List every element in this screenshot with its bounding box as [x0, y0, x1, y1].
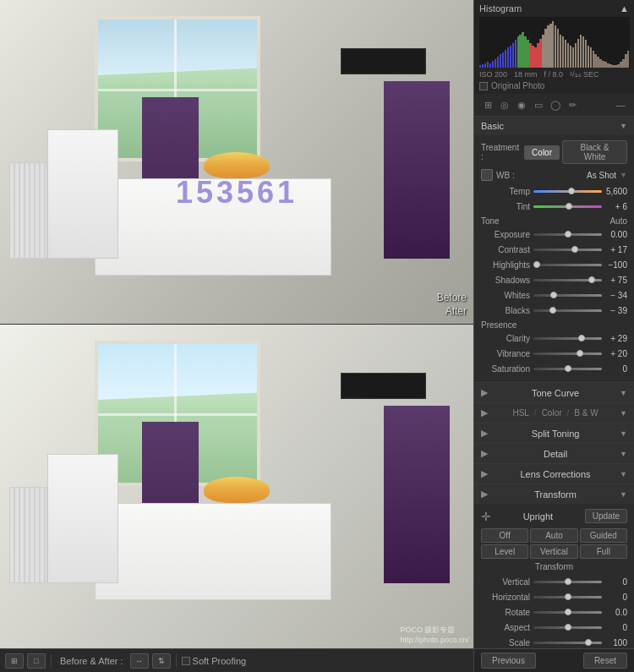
- detail-arrow: ▼: [620, 450, 627, 458]
- transform-panel-header[interactable]: ▶ Transform ▼: [474, 484, 634, 504]
- contrast-thumb[interactable]: [571, 246, 578, 253]
- exposure-label: Exposure: [481, 230, 533, 239]
- lens-corrections-header[interactable]: ▶ Lens Corrections ▼: [474, 464, 634, 484]
- lens-arrow: ▼: [620, 470, 627, 478]
- reset-btn[interactable]: Reset: [583, 653, 627, 669]
- adjustment-brush-tool[interactable]: ✏: [564, 97, 581, 112]
- bw-btn[interactable]: Black & White: [562, 140, 627, 164]
- redeye-tool[interactable]: ◉: [513, 97, 530, 112]
- basic-panel-header[interactable]: Basic ▼: [474, 117, 634, 135]
- temp-track[interactable]: [533, 190, 602, 193]
- vertical-label: Vertical: [481, 577, 533, 587]
- vertical-value: 0: [602, 577, 627, 587]
- temp-value: 5,600: [602, 187, 627, 196]
- wb-dropdown-icon[interactable]: ▼: [620, 171, 627, 179]
- tint-track[interactable]: [533, 205, 602, 208]
- chair-right: [384, 81, 450, 260]
- vibrance-thumb[interactable]: [577, 350, 583, 357]
- original-photo-checkbox[interactable]: [479, 82, 488, 90]
- clarity-track[interactable]: [533, 337, 602, 340]
- upright-move-icon[interactable]: ✛: [481, 510, 491, 523]
- before-photo: 153561 Before After: [0, 0, 473, 325]
- highlights-thumb[interactable]: [533, 261, 540, 268]
- horizontal-slider-row: Horizontal 0: [481, 590, 627, 604]
- tone-curve-header[interactable]: ▶ Tone Curve ▼: [474, 383, 634, 402]
- full-btn[interactable]: Full: [580, 544, 627, 559]
- scale-value: 100: [602, 638, 627, 647]
- basic-arrow-icon: ▼: [620, 122, 627, 130]
- tint-thumb[interactable]: [566, 203, 572, 210]
- radiator: [9, 162, 47, 260]
- auto-btn[interactable]: Auto: [530, 528, 577, 543]
- before-after-btn-2[interactable]: ⇅: [152, 653, 171, 669]
- aspect-value: 0: [602, 623, 627, 632]
- vibrance-track[interactable]: [533, 352, 602, 355]
- spot-removal-tool[interactable]: ◎: [496, 97, 513, 112]
- upright-label: Upright: [496, 511, 580, 522]
- blacks-thumb[interactable]: [549, 307, 556, 314]
- blacks-track[interactable]: [533, 309, 602, 312]
- vertical-track[interactable]: [533, 581, 602, 583]
- temp-thumb[interactable]: [568, 188, 575, 194]
- tone-auto[interactable]: Auto: [609, 216, 627, 226]
- shadows-slider-row: Shadows + 75: [481, 273, 627, 287]
- highlights-value: −100: [602, 260, 627, 270]
- detail-panel-header[interactable]: ▶ Detail ▼: [474, 444, 634, 463]
- vertical-thumb[interactable]: [565, 578, 571, 585]
- color-label[interactable]: Color: [542, 408, 562, 418]
- split-toning-arrow: ▼: [620, 429, 627, 438]
- aspect-thumb[interactable]: [565, 624, 571, 631]
- before-label: Before: [437, 292, 467, 303]
- saturation-thumb[interactable]: [565, 365, 571, 372]
- chair-right-after: [384, 406, 450, 584]
- settings-icon[interactable]: —: [612, 97, 629, 112]
- before-after-btn-1[interactable]: ↔: [130, 653, 149, 669]
- contrast-track[interactable]: [533, 249, 602, 251]
- shadows-track[interactable]: [533, 279, 602, 281]
- tools-row: ⊞ ◎ ◉ ▭ ◯ ✏ —: [474, 94, 634, 117]
- exposure-thumb[interactable]: [565, 231, 571, 238]
- horizontal-thumb[interactable]: [565, 593, 571, 600]
- horizontal-track[interactable]: [533, 596, 602, 598]
- rotate-track[interactable]: [533, 611, 602, 614]
- saturation-track[interactable]: [533, 368, 602, 370]
- graduated-filter-tool[interactable]: ▭: [530, 97, 547, 112]
- vertical-btn[interactable]: Vertical: [530, 544, 577, 559]
- radial-filter-tool[interactable]: ◯: [547, 97, 564, 112]
- aspect-track[interactable]: [533, 626, 602, 629]
- shadows-thumb[interactable]: [588, 276, 595, 283]
- hsl-icon: ▶: [481, 407, 488, 418]
- level-btn[interactable]: Level: [481, 544, 528, 559]
- split-toning-header[interactable]: ▶ Split Toning ▼: [474, 423, 634, 443]
- whites-track[interactable]: [533, 294, 602, 297]
- tint-label: Tint: [481, 202, 533, 211]
- scale-track[interactable]: [533, 642, 602, 644]
- soft-proofing-checkbox[interactable]: [182, 657, 190, 665]
- guided-btn[interactable]: Guided: [580, 528, 627, 543]
- scale-thumb[interactable]: [585, 639, 592, 646]
- histogram-expand-icon[interactable]: ▲: [620, 3, 629, 14]
- highlights-track[interactable]: [533, 264, 602, 266]
- vibrance-value: + 20: [602, 349, 627, 358]
- clarity-thumb[interactable]: [578, 335, 585, 341]
- hsl-label[interactable]: HSL: [512, 408, 528, 418]
- lens-icon: ▶: [481, 468, 488, 479]
- toolbar-btn-1[interactable]: ⊞: [5, 653, 24, 669]
- color-btn[interactable]: Color: [524, 145, 560, 160]
- previous-btn[interactable]: Previous: [481, 653, 536, 669]
- highlights-slider-row: Highlights −100: [481, 258, 627, 271]
- wb-eyedropper[interactable]: [481, 169, 493, 181]
- off-btn[interactable]: Off: [481, 528, 528, 543]
- photo-panel: 153561 Before After POCO 摄影专题http://pho: [0, 0, 473, 672]
- whites-thumb[interactable]: [550, 292, 557, 298]
- update-btn[interactable]: Update: [585, 509, 627, 523]
- exposure-track[interactable]: [533, 233, 602, 236]
- panels-scroll[interactable]: Basic ▼ Treatment : Color Black & White …: [474, 117, 634, 648]
- crop-tool[interactable]: ⊞: [479, 97, 496, 112]
- temp-label: Temp: [481, 187, 533, 196]
- hsl-panel-header[interactable]: ▶ HSL / Color / B & W ▼: [474, 403, 634, 423]
- rotate-thumb[interactable]: [565, 609, 571, 615]
- toolbar-btn-2[interactable]: □: [27, 653, 46, 669]
- bw-label[interactable]: B & W: [574, 408, 598, 418]
- transform-panel: ▶ Transform ▼ ✛ Upright Update Off Auto …: [474, 484, 634, 648]
